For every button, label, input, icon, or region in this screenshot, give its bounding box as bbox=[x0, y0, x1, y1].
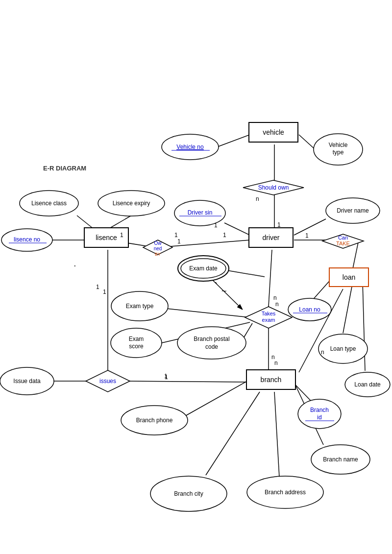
entity-vehicle-label: vehicle bbox=[263, 128, 284, 136]
svg-text:BY: BY bbox=[155, 252, 161, 257]
rel-issues-label: issues bbox=[99, 378, 116, 385]
card-n-takes-branch: n bbox=[274, 360, 278, 366]
rel-takes-exam-label1: Takes bbox=[262, 311, 276, 316]
attr-branch-postal-label2: code bbox=[205, 343, 218, 350]
svg-line-2 bbox=[299, 135, 315, 149]
attr-branch-id-label2: id bbox=[317, 414, 321, 421]
svg-text:`: ` bbox=[215, 281, 218, 291]
svg-text:1: 1 bbox=[277, 221, 281, 228]
card-1-lisence-issues: 1 bbox=[103, 289, 106, 295]
svg-line-42 bbox=[274, 392, 279, 477]
svg-line-11 bbox=[269, 250, 272, 307]
svg-text:1: 1 bbox=[96, 284, 99, 290]
rel-can-take-label1: Can bbox=[338, 235, 348, 241]
svg-line-1 bbox=[217, 135, 250, 147]
rel-takes-exam-label2: exam bbox=[262, 317, 275, 323]
attr-exam-date-label: Exam date bbox=[189, 265, 218, 272]
attr-branch-phone-label: Branch phone bbox=[136, 417, 173, 424]
card-1-owned2: 1 bbox=[120, 232, 123, 239]
diagram-svg: E-R DIAGRAM · n 1 1 n 1 1 bbox=[0, 0, 392, 554]
attr-branch-city-label: Branch city bbox=[174, 490, 203, 497]
svg-line-17 bbox=[77, 216, 94, 229]
rel-can-take-label2: TAKE bbox=[336, 241, 350, 246]
entity-loan-label: loan bbox=[343, 273, 355, 281]
svg-line-13 bbox=[171, 240, 250, 246]
diagram-title: E-R DIAGRAM bbox=[43, 165, 86, 172]
attr-vehicle-no-label: Vehicle no bbox=[176, 144, 204, 150]
svg-text:·: · bbox=[74, 260, 76, 270]
attr-branch-postal bbox=[177, 327, 246, 359]
card-1-driver-sin: 1 bbox=[214, 222, 218, 229]
attr-loan-type-label: Loan type bbox=[330, 345, 356, 352]
svg-text:1: 1 bbox=[223, 232, 226, 239]
svg-line-24 bbox=[343, 282, 353, 333]
attr-issue-data-label: Issue data bbox=[13, 378, 41, 385]
attr-vehicle-type-label2: type bbox=[333, 149, 344, 156]
attr-branch-address-label: Branch address bbox=[265, 489, 306, 496]
card-1-issues: 1 bbox=[164, 373, 168, 380]
attr-lisence-class-label: Lisence class bbox=[31, 200, 67, 207]
attr-loan-date-label: Loan date bbox=[354, 381, 381, 388]
card-n-driver-exam: n bbox=[275, 301, 279, 308]
rel-should-own-label: Should own bbox=[258, 184, 289, 191]
attr-exam-score-label2: score bbox=[129, 343, 144, 350]
svg-line-28 bbox=[244, 323, 252, 338]
svg-line-8 bbox=[224, 223, 250, 235]
attr-driver-name-label: Driver name bbox=[337, 207, 369, 214]
svg-text:1: 1 bbox=[305, 232, 309, 239]
entity-lisence-label: lisence bbox=[96, 234, 117, 241]
attr-branch-id-label1: Branch bbox=[310, 407, 329, 413]
svg-line-18 bbox=[108, 216, 131, 229]
rel-owned-by-label: Ow bbox=[154, 241, 162, 246]
entity-driver-label: driver bbox=[262, 234, 279, 241]
attr-lisence-expiry-label: Lisence expiry bbox=[113, 200, 150, 207]
card-1-owned1: 1 bbox=[177, 238, 181, 245]
svg-text:1: 1 bbox=[174, 232, 178, 239]
card-n-vehicle: n bbox=[256, 195, 259, 202]
svg-text:ned: ned bbox=[154, 246, 162, 251]
svg-line-7 bbox=[294, 219, 326, 235]
svg-line-38 bbox=[186, 380, 250, 415]
attr-branch-name-label: Branch name bbox=[323, 456, 358, 463]
attr-driver-sin-label: Driver sin bbox=[188, 209, 213, 216]
attr-loan-no-label: Loan no bbox=[299, 306, 320, 313]
svg-line-41 bbox=[206, 392, 260, 475]
attr-branch-postal-label1: Branch postal bbox=[194, 336, 229, 342]
attr-exam-score-label1: Exam bbox=[129, 336, 144, 342]
attr-exam-type-label: Exam type bbox=[126, 303, 154, 310]
svg-line-35 bbox=[122, 381, 249, 382]
attr-vehicle-type-label1: Vehicle bbox=[329, 142, 348, 148]
svg-text:n: n bbox=[273, 294, 277, 301]
svg-text:~: ~ bbox=[221, 286, 227, 296]
svg-line-26 bbox=[167, 309, 250, 317]
attr-lisence-no-label: lisence no bbox=[14, 236, 40, 243]
er-diagram: E-R DIAGRAM · n 1 1 n 1 1 bbox=[0, 0, 392, 554]
card-n-loan-branch: n bbox=[321, 349, 324, 356]
entity-branch-label: branch bbox=[261, 376, 282, 384]
